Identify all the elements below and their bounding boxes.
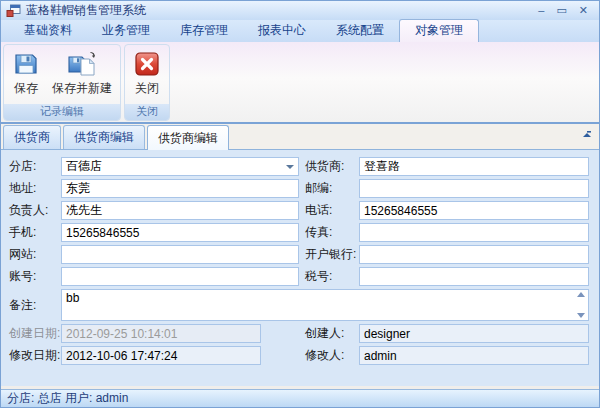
phone-label: 电话: xyxy=(299,202,359,219)
modified-date-label: 修改日期: xyxy=(9,347,61,364)
ribbon-group-record-edit: 保存 xyxy=(3,44,121,121)
doc-tab-supplier-list[interactable]: 供货商 xyxy=(3,125,61,149)
tax-input[interactable] xyxy=(359,267,589,286)
status-bar: 分店: 总店 用户: admin xyxy=(1,389,599,407)
account-label: 账号: xyxy=(9,268,61,285)
form-row-created: 创建日期: 创建人: xyxy=(9,324,589,343)
website-input[interactable] xyxy=(61,245,299,264)
group-caption-record-edit: 记录编辑 xyxy=(4,104,120,120)
ribbon-tab-object-management[interactable]: 对象管理 xyxy=(399,19,479,42)
ribbon-tab-business[interactable]: 业务管理 xyxy=(87,19,165,42)
created-date-input xyxy=(61,324,261,343)
form-row-modified: 修改日期: 修改人: xyxy=(9,346,589,365)
form-row-3: 负责人: 电话: xyxy=(9,201,589,220)
ribbon-tab-basic-data[interactable]: 基础资料 xyxy=(9,19,87,42)
save-and-new-button-label: 保存并新建 xyxy=(52,80,112,97)
created-by-label: 创建人: xyxy=(299,325,359,342)
remark-textarea[interactable]: bb xyxy=(61,289,589,321)
fax-label: 传真: xyxy=(299,224,359,241)
branch-select[interactable]: 百德店 xyxy=(61,157,299,176)
modified-by-input xyxy=(359,346,589,365)
modified-date-input xyxy=(61,346,261,365)
form-row-4: 手机: 传真: xyxy=(9,223,589,242)
chevron-down-icon[interactable] xyxy=(286,165,294,169)
save-and-new-button[interactable]: 保存并新建 xyxy=(46,47,118,98)
window-controls: – ▭ ✕ xyxy=(538,5,594,16)
app-icon xyxy=(6,4,21,18)
modified-by-label: 修改人: xyxy=(299,347,359,364)
phone-input[interactable] xyxy=(359,201,589,220)
mobile-label: 手机: xyxy=(9,224,61,241)
branch-select-value: 百德店 xyxy=(66,158,286,175)
ribbon-tab-bar: 基础资料 业务管理 库存管理 报表中心 系统配置 对象管理 xyxy=(1,20,599,42)
save-button[interactable]: 保存 xyxy=(6,47,46,98)
form-row-remark: 备注: bb xyxy=(9,289,589,321)
supplier-edit-form: 分店: 百德店 供货商: 地址: 邮编: 负责人: 电话: 手机: xyxy=(1,149,599,386)
minimize-button[interactable]: – xyxy=(538,5,544,16)
group-caption-close: 关闭 xyxy=(125,104,169,120)
collapse-panel-icon[interactable] xyxy=(582,130,592,140)
save-icon xyxy=(12,50,40,78)
ribbon-group-close: 关闭 关闭 xyxy=(124,44,170,121)
maximize-button[interactable]: ▭ xyxy=(556,5,566,16)
tax-label: 税号: xyxy=(299,268,359,285)
app-window: 蓝格鞋帽销售管理系统 – ▭ ✕ 基础资料 业务管理 库存管理 报表中心 系统配… xyxy=(0,0,600,408)
manager-input[interactable] xyxy=(61,201,299,220)
close-icon xyxy=(133,50,161,78)
doc-tab-supplier-edit-2[interactable]: 供货商编辑 xyxy=(147,125,229,150)
ribbon-tab-inventory[interactable]: 库存管理 xyxy=(165,19,243,42)
document-tab-strip: 供货商 供货商编辑 供货商编辑 xyxy=(1,124,599,149)
created-date-label: 创建日期: xyxy=(9,325,61,342)
bank-input[interactable] xyxy=(359,245,589,264)
close-button-label: 关闭 xyxy=(135,80,159,97)
scroll-down-icon[interactable] xyxy=(577,313,585,318)
bank-label: 开户银行: xyxy=(299,246,359,263)
address-input[interactable] xyxy=(61,179,299,198)
form-row-5: 网站: 开户银行: xyxy=(9,245,589,264)
branch-label: 分店: xyxy=(9,158,61,175)
save-button-label: 保存 xyxy=(14,80,38,97)
manager-label: 负责人: xyxy=(9,202,61,219)
close-button[interactable]: 关闭 xyxy=(127,47,167,98)
mobile-input[interactable] xyxy=(61,223,299,242)
form-row-1: 分店: 百德店 供货商: xyxy=(9,157,589,176)
supplier-label: 供货商: xyxy=(299,158,359,175)
fax-input[interactable] xyxy=(359,223,589,242)
postcode-label: 邮编: xyxy=(299,180,359,197)
address-label: 地址: xyxy=(9,180,61,197)
account-input[interactable] xyxy=(61,267,299,286)
titlebar: 蓝格鞋帽销售管理系统 – ▭ ✕ xyxy=(1,1,599,20)
record-edit-buttons: 保存 xyxy=(4,45,120,104)
website-label: 网站: xyxy=(9,246,61,263)
close-window-button[interactable]: ✕ xyxy=(579,5,588,16)
remark-label: 备注: xyxy=(9,297,61,314)
form-row-2: 地址: 邮编: xyxy=(9,179,589,198)
doc-tab-supplier-edit-1[interactable]: 供货商编辑 xyxy=(63,125,145,149)
remark-text: bb xyxy=(62,290,573,320)
ribbon-body: 保存 xyxy=(1,42,599,124)
save-new-icon xyxy=(67,50,97,78)
ribbon-tab-reports[interactable]: 报表中心 xyxy=(243,19,321,42)
postcode-input[interactable] xyxy=(359,179,589,198)
status-text: 分店: 总店 用户: admin xyxy=(7,390,128,407)
close-group-buttons: 关闭 xyxy=(125,45,169,104)
window-title: 蓝格鞋帽销售管理系统 xyxy=(26,2,146,19)
created-by-input xyxy=(359,324,589,343)
form-row-6: 账号: 税号: xyxy=(9,267,589,286)
ribbon-tab-system-config[interactable]: 系统配置 xyxy=(321,19,399,42)
remark-scrollbar xyxy=(573,290,588,320)
supplier-input[interactable] xyxy=(359,157,589,176)
scroll-up-icon[interactable] xyxy=(577,292,585,297)
